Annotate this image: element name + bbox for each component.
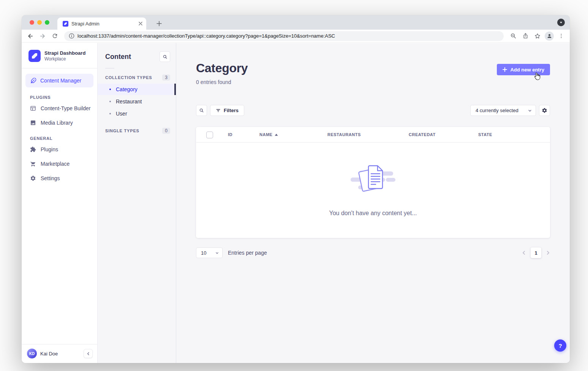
add-new-entry-button[interactable]: Add new entry: [497, 64, 550, 75]
column-header-name[interactable]: NAME: [259, 132, 278, 137]
browser-window: Strapi Admin localhost:1337/admin/conten…: [22, 15, 570, 363]
collection-types-header: COLLECTION TYPES 3: [98, 71, 176, 83]
empty-state-message: You don't have any content yet...: [196, 210, 550, 217]
subnav-search-button[interactable]: [160, 51, 170, 62]
browser-profile-avatar[interactable]: [545, 32, 554, 41]
minimize-window-button[interactable]: [37, 20, 42, 25]
entries-table: ID NAME RESTAURANTS CREATEDAT STATE: [196, 127, 550, 238]
gear-icon: [30, 175, 36, 181]
subnav-item-label: User: [116, 111, 127, 117]
subnav-item-label: Category: [116, 86, 138, 92]
tab-close-icon[interactable]: [139, 22, 142, 25]
plus-icon: [503, 67, 507, 72]
sidebar-divider: [22, 68, 97, 68]
fullscreen-window-button[interactable]: [45, 20, 49, 25]
chevron-down-icon: [215, 251, 219, 255]
url-bar[interactable]: localhost:1337/admin/content-manager/col…: [64, 31, 504, 41]
sidebar-user-footer: KD Kai Doe: [22, 344, 97, 363]
sort-ascending-icon: [275, 133, 278, 136]
workspace-label: Workplace: [44, 56, 85, 62]
page-info-icon[interactable]: [69, 33, 74, 39]
content-subnav: Content COLLECTION TYPES 3 Category Rest…: [98, 43, 176, 363]
column-header-createdat: CREATEDAT: [409, 132, 436, 137]
sidebar-item-marketplace[interactable]: Marketplace: [22, 157, 97, 171]
back-button[interactable]: [25, 31, 35, 41]
workspace-switcher[interactable]: Strapi Dashboard Workplace: [22, 43, 97, 68]
page-size-dropdown[interactable]: 10: [196, 247, 223, 258]
forward-button[interactable]: [38, 31, 47, 41]
single-types-header: SINGLE TYPES 0: [98, 124, 176, 136]
new-tab-button[interactable]: [154, 18, 164, 29]
single-types-label: SINGLE TYPES: [105, 128, 139, 133]
user-avatar[interactable]: KD: [27, 349, 37, 358]
collection-types-count-badge: 3: [162, 75, 170, 81]
subnav-divider: [105, 68, 114, 68]
sidebar-item-label: Media Library: [41, 120, 73, 126]
collection-types-label: COLLECTION TYPES: [105, 75, 152, 80]
sidebar-item-content-type-builder[interactable]: Content-Type Builder: [22, 101, 97, 116]
empty-documents-illustration: [350, 163, 396, 199]
reload-button[interactable]: [50, 31, 60, 41]
browser-menu-icon[interactable]: [556, 31, 566, 41]
entries-found-text: 0 entries found: [196, 79, 231, 85]
sidebar-section-general: GENERAL: [22, 130, 97, 142]
bullet-icon: [109, 113, 111, 114]
browser-titlebar: Strapi Admin: [22, 15, 570, 30]
bookmark-star-icon[interactable]: [533, 31, 542, 41]
url-text: localhost:1337/admin/content-manager/col…: [77, 33, 335, 39]
search-entries-button[interactable]: [196, 105, 207, 116]
bullet-icon: [109, 101, 111, 102]
fields-selected-value: 4 currently selected: [476, 108, 518, 113]
bullet-icon: [109, 89, 111, 90]
page-number-button[interactable]: 1: [531, 247, 541, 258]
sidebar-item-plugins[interactable]: Plugins: [22, 142, 97, 157]
subnav-item-user[interactable]: User: [98, 108, 176, 119]
previous-page-button[interactable]: [522, 251, 526, 255]
column-header-state: STATE: [478, 132, 492, 137]
zoom-icon[interactable]: [508, 31, 518, 41]
picture-icon: [30, 120, 36, 126]
sidebar-item-settings[interactable]: Settings: [22, 171, 97, 186]
empty-state: You don't have any content yet...: [196, 163, 550, 217]
table-controls: Filters 4 currently selected: [196, 105, 550, 116]
view-settings-gear-button[interactable]: [539, 105, 550, 116]
filters-button[interactable]: Filters: [210, 105, 244, 116]
titlebar-dropdown-icon[interactable]: [557, 19, 565, 26]
page-size-value: 10: [201, 250, 206, 256]
subnav-item-category[interactable]: Category: [98, 84, 176, 95]
sidebar-item-label: Content-Type Builder: [41, 105, 91, 111]
column-header-restaurants: RESTAURANTS: [327, 132, 361, 137]
close-window-button[interactable]: [30, 20, 34, 25]
sidebar-item-label: Content Manager: [40, 78, 81, 84]
subnav-item-label: Restaurant: [116, 98, 142, 105]
layout-builder-icon: [30, 105, 36, 111]
collapse-sidebar-button[interactable]: [84, 349, 93, 358]
subnav-title: Content: [105, 53, 131, 61]
sidebar-item-label: Settings: [41, 175, 60, 181]
sidebar-item-content-manager[interactable]: Content Manager: [25, 74, 93, 87]
strapi-favicon-icon: [63, 21, 68, 27]
single-types-count-badge: 0: [162, 128, 170, 134]
browser-tab[interactable]: Strapi Admin: [57, 17, 146, 30]
feather-pen-icon: [30, 78, 36, 84]
puzzle-icon: [30, 146, 36, 152]
next-page-button[interactable]: [546, 251, 550, 255]
entries-per-page-label: Entries per page: [228, 250, 267, 256]
subnav-item-restaurant[interactable]: Restaurant: [98, 96, 176, 107]
pagination-bar: 10 Entries per page 1: [196, 247, 550, 258]
column-header-id[interactable]: ID: [228, 132, 232, 137]
main-content: Category 0 entries found Add new entry F…: [176, 43, 570, 363]
sidebar-item-media-library[interactable]: Media Library: [22, 116, 97, 130]
select-all-checkbox[interactable]: [206, 132, 213, 138]
share-icon[interactable]: [520, 31, 530, 41]
tab-title: Strapi Admin: [71, 21, 136, 27]
workspace-name: Strapi Dashboard: [44, 50, 85, 56]
browser-toolbar: localhost:1337/admin/content-manager/col…: [22, 30, 570, 43]
fields-selected-dropdown[interactable]: 4 currently selected: [470, 105, 536, 116]
main-sidebar: Strapi Dashboard Workplace Content Manag…: [22, 43, 98, 363]
shopping-cart-icon: [30, 161, 36, 167]
help-button[interactable]: ?: [554, 339, 566, 352]
table-header-row: ID NAME RESTAURANTS CREATEDAT STATE: [196, 127, 550, 143]
sidebar-item-label: Plugins: [41, 146, 58, 152]
strapi-app: Strapi Dashboard Workplace Content Manag…: [22, 43, 570, 363]
